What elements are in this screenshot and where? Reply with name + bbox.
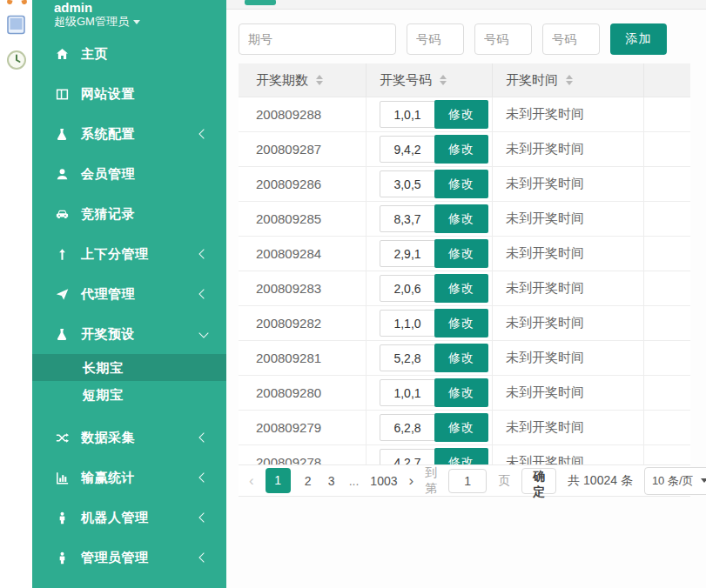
header-period[interactable]: 开奖期数 — [239, 63, 366, 97]
sidebar-item-6[interactable]: 上下分管理 — [32, 234, 226, 274]
goto-page-input[interactable] — [448, 469, 487, 493]
empty-cell — [644, 376, 690, 410]
table-row: 200809281修改未到开奖时间 — [239, 341, 690, 376]
sidebar-subitem[interactable]: 长期宝 — [32, 354, 226, 381]
numbers-input[interactable] — [380, 275, 435, 302]
numbers-input[interactable] — [380, 344, 435, 371]
page-button-2[interactable]: 2 — [302, 474, 314, 488]
numbers-input[interactable] — [380, 414, 435, 441]
empty-cell — [644, 341, 690, 375]
sidebar-item-10[interactable]: 输赢统计 — [32, 458, 226, 498]
flask-icon — [54, 327, 70, 342]
sidebar-item-11[interactable]: 机器人管理 — [32, 498, 226, 538]
numbers-input[interactable] — [380, 205, 435, 232]
modify-button[interactable]: 修改 — [434, 135, 488, 164]
columns-icon — [54, 87, 70, 102]
header-numbers[interactable]: 开奖号码 — [366, 63, 493, 97]
numbers-input[interactable] — [380, 310, 435, 337]
number-input-3[interactable] — [542, 23, 600, 55]
modify-button[interactable]: 修改 — [434, 239, 488, 268]
sort-icon[interactable] — [316, 75, 323, 85]
numbers-input[interactable] — [380, 449, 435, 464]
tablet-icon[interactable] — [6, 15, 26, 38]
period-cell: 200809285 — [239, 202, 366, 236]
numbers-input[interactable] — [380, 170, 435, 197]
sort-icon[interactable] — [440, 75, 447, 85]
sidebar-item-12[interactable]: 管理员管理 — [32, 538, 226, 578]
edge-strip — [0, 0, 32, 588]
confirm-button[interactable]: 确定 — [521, 468, 556, 494]
time-cell: 未到开奖时间 — [493, 445, 644, 464]
period-cell: 200809288 — [239, 97, 366, 131]
page-numbers: 123...1003 — [266, 468, 398, 493]
sidebar-item-7[interactable]: 代理管理 — [32, 274, 226, 314]
profile[interactable]: admin 超级GM管理员 — [32, 0, 226, 29]
modify-button[interactable]: 修改 — [434, 378, 488, 407]
arrow-up-icon — [54, 247, 70, 262]
table-row: 200809282修改未到开奖时间 — [239, 306, 690, 341]
empty-cell — [644, 271, 690, 305]
page-button-1[interactable]: 1 — [266, 468, 291, 493]
prev-page-button[interactable]: ‹ — [249, 472, 254, 490]
modify-button[interactable]: 修改 — [434, 274, 488, 303]
sidebar-item-4[interactable]: 会员管理 — [32, 154, 226, 194]
time-cell: 未到开奖时间 — [493, 167, 644, 201]
period-search-input[interactable] — [239, 23, 396, 55]
add-button[interactable]: 添加 — [610, 23, 667, 55]
chevron-left-icon — [198, 512, 208, 522]
number-input-2[interactable] — [474, 23, 532, 55]
page-size-select[interactable]: 10 条/页 — [644, 467, 706, 495]
car-icon — [54, 207, 70, 222]
number-input-1[interactable] — [407, 23, 464, 55]
table-row: 200809288修改未到开奖时间 — [239, 97, 690, 132]
numbers-cell: 修改 — [366, 411, 493, 444]
table-row: 200809283修改未到开奖时间 — [239, 271, 690, 306]
header-time[interactable]: 开奖时间 — [493, 63, 644, 97]
modify-button[interactable]: 修改 — [434, 170, 488, 198]
sidebar-item-label: 系统配置 — [81, 126, 135, 143]
sidebar-item-9[interactable]: 数据采集 — [32, 418, 226, 458]
profile-role[interactable]: 超级GM管理员 — [54, 15, 226, 29]
modify-button[interactable]: 修改 — [434, 100, 488, 129]
main-content: 添加 开奖期数 开奖号码 开奖时间 200809288修改未到开奖时间20080… — [226, 0, 706, 588]
time-cell: 未到开奖时间 — [493, 411, 644, 444]
period-cell: 200809282 — [239, 306, 366, 340]
total-count: 共 10024 条 — [568, 473, 633, 489]
page-button-1003[interactable]: 1003 — [370, 474, 397, 488]
modify-button[interactable]: 修改 — [434, 204, 488, 233]
paper-plane-icon — [54, 287, 70, 302]
numbers-input[interactable] — [380, 240, 435, 267]
numbers-cell: 修改 — [366, 445, 493, 464]
sidebar-item-2[interactable]: 网站设置 — [32, 74, 226, 114]
table-row: 200809278修改未到开奖时间 — [239, 445, 690, 464]
sort-icon[interactable] — [566, 75, 573, 85]
page-unit-label: 页 — [498, 473, 510, 489]
next-page-button[interactable]: › — [409, 472, 414, 490]
clock-icon[interactable] — [6, 50, 27, 74]
sidebar-item-label: 机器人管理 — [81, 510, 149, 526]
shuffle-icon — [54, 431, 70, 445]
numbers-input[interactable] — [380, 136, 435, 163]
page-button-3[interactable]: 3 — [326, 474, 338, 488]
time-cell: 未到开奖时间 — [493, 341, 644, 375]
table-row: 200809279修改未到开奖时间 — [239, 411, 690, 445]
numbers-input[interactable] — [380, 101, 435, 128]
partial-tab-button[interactable] — [245, 0, 276, 5]
sidebar-item-3[interactable]: 系统配置 — [32, 114, 226, 154]
modify-button[interactable]: 修改 — [434, 344, 488, 372]
sidebar-item-1[interactable]: 主页 — [32, 34, 226, 74]
numbers-input[interactable] — [380, 379, 435, 406]
numbers-cell: 修改 — [366, 237, 493, 271]
modify-button[interactable]: 修改 — [434, 448, 488, 464]
sidebar-subitem[interactable]: 短期宝 — [32, 381, 226, 408]
sidebar-item-5[interactable]: 竞猜记录 — [32, 194, 226, 234]
empty-cell — [644, 237, 690, 271]
sidebar-item-label: 代理管理 — [81, 286, 135, 303]
sidebar-item-8[interactable]: 开奖预设 — [32, 314, 226, 354]
chevron-left-icon — [198, 289, 208, 298]
chevron-left-icon — [198, 432, 208, 442]
modify-button[interactable]: 修改 — [434, 309, 488, 337]
modify-button[interactable]: 修改 — [434, 413, 488, 442]
partial-orange-icon — [6, 0, 12, 5]
home-icon — [54, 47, 70, 62]
